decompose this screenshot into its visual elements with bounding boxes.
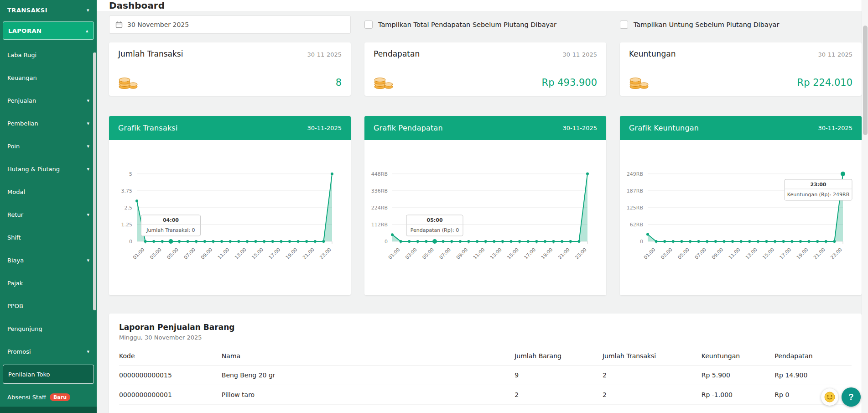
chart-date: 30-11-2025 — [307, 125, 342, 131]
sidebar-item-biaya[interactable]: Biaya▾ — [0, 249, 97, 272]
svg-text:21:00: 21:00 — [557, 246, 571, 260]
date-picker[interactable]: 30 November 2025 — [109, 16, 351, 34]
chevron-down-icon: ▾ — [87, 349, 89, 355]
calendar-icon — [115, 21, 123, 28]
chevron-up-icon: ▴ — [86, 28, 88, 34]
svg-text:23:00: 23:00 — [810, 182, 826, 188]
chart-canvas-keuntungan[interactable]: 062RB125RB187RB249RB01:0003:0005:0007:00… — [620, 140, 862, 295]
svg-text:448RB: 448RB — [371, 171, 388, 177]
sidebar-item-pajak[interactable]: Pajak — [0, 272, 97, 294]
chart-card-keuntungan: Grafik Keuntungan 30-11-2025 062RB125RB1… — [620, 116, 862, 295]
svg-text:3.75: 3.75 — [121, 188, 133, 194]
sales-report-card: Laporan Penjualan Barang Minggu, 30 Nove… — [109, 314, 862, 413]
sidebar-section-transaksi[interactable]: TRANSAKSI ▾ — [0, 0, 97, 20]
svg-text:17:00: 17:00 — [523, 246, 536, 260]
charts-row: Grafik Transaksi 30-11-2025 01.252.53.75… — [109, 116, 862, 295]
svg-text:336RB: 336RB — [371, 188, 388, 194]
smiley-icon — [824, 391, 836, 403]
sidebar-item-label: Laba Rugi — [7, 52, 36, 58]
svg-text:09:00: 09:00 — [200, 246, 213, 260]
svg-text:07:00: 07:00 — [693, 246, 707, 260]
stat-value: 8 — [336, 77, 342, 88]
chevron-down-icon: ▾ — [87, 143, 89, 149]
sales-report-subtitle: Minggu, 30 November 2025 — [119, 334, 852, 341]
table-body: 0000000000015Beng Beng 20 gr92Rp 5.900Rp… — [119, 366, 852, 405]
checkbox-icon[interactable] — [620, 21, 628, 29]
svg-text:03:00: 03:00 — [149, 246, 162, 260]
chart-tooltip: 23:00Keuntungan (Rp): 249RB — [785, 179, 852, 200]
svg-text:05:00: 05:00 — [676, 246, 690, 260]
column-header-jumlah-barang: Jumlah Barang — [515, 348, 603, 366]
sidebar-item-poin[interactable]: Poin▾ — [0, 135, 97, 157]
sidebar-item-label: Penjualan — [7, 97, 36, 104]
sidebar-item-pembelian[interactable]: Pembelian▾ — [0, 112, 97, 135]
svg-text:62RB: 62RB — [630, 222, 643, 228]
checkbox-untung[interactable]: Tampilkan Untung Sebelum Piutang Dibayar — [620, 21, 862, 29]
table-cell: 2 — [603, 366, 702, 385]
chart-canvas-transaksi[interactable]: 01.252.53.75501:0003:0005:0007:0009:0011… — [109, 140, 351, 295]
sidebar-item-shift[interactable]: Shift — [0, 226, 97, 249]
svg-text:19:00: 19:00 — [795, 246, 809, 260]
checkbox-total-pendapatan[interactable]: Tampilkan Total Pendapatan Sebelum Piuta… — [364, 21, 606, 29]
checkbox-label: Tampilkan Total Pendapatan Sebelum Piuta… — [378, 21, 556, 28]
stat-value: Rp 224.010 — [797, 77, 852, 88]
chevron-down-icon: ▾ — [87, 166, 89, 172]
sales-report-title: Laporan Penjualan Barang — [119, 323, 852, 332]
svg-text:2.5: 2.5 — [125, 205, 133, 211]
sidebar-item-promosi[interactable]: Promosi▾ — [0, 340, 97, 363]
svg-text:187RB: 187RB — [627, 188, 643, 194]
feedback-smiley-button[interactable] — [821, 388, 838, 406]
svg-text:05:00: 05:00 — [427, 217, 443, 223]
svg-text:15:00: 15:00 — [761, 246, 775, 260]
svg-text:0: 0 — [385, 239, 388, 245]
sidebar-item-penjualan[interactable]: Penjualan▾ — [0, 89, 97, 112]
stat-value: Rp 493.900 — [542, 77, 597, 88]
table-cell: Rp 14.900 — [774, 366, 852, 385]
sidebar-scrollbar-thumb[interactable] — [93, 52, 96, 310]
sidebar-bottom-strip — [0, 407, 97, 413]
chart-title: Grafik Transaksi — [118, 124, 178, 132]
checkbox-icon[interactable] — [364, 21, 373, 29]
svg-text:23:00: 23:00 — [318, 246, 332, 260]
sidebar-item-label: Pembelian — [7, 120, 38, 127]
svg-text:15:00: 15:00 — [250, 246, 264, 260]
stat-title: Jumlah Transaksi — [118, 49, 183, 58]
svg-text:21:00: 21:00 — [301, 246, 315, 260]
svg-text:17:00: 17:00 — [267, 246, 281, 260]
sidebar-item-pengunjung[interactable]: Pengunjung — [0, 317, 97, 340]
chevron-down-icon: ▾ — [87, 98, 89, 104]
sidebar-item-modal[interactable]: Modal — [0, 180, 97, 203]
chart-canvas-pendapatan[interactable]: 0112RB224RB336RB448RB01:0003:0005:0007:0… — [364, 140, 606, 295]
svg-text:Pendapatan (Rp): 0: Pendapatan (Rp): 0 — [411, 227, 459, 233]
sidebar-item-laba-rugi[interactable]: Laba Rugi — [0, 43, 97, 66]
svg-text:01:00: 01:00 — [132, 246, 146, 260]
coins-icon — [629, 76, 649, 89]
sidebar-item-label: Biaya — [7, 257, 24, 264]
sidebar-item-ppob[interactable]: PPOB — [0, 294, 97, 317]
help-button[interactable]: ? — [842, 387, 861, 407]
sidebar-item-absensi-staff[interactable]: Absensi StaffBaru — [0, 386, 97, 408]
question-mark-icon: ? — [848, 392, 854, 402]
section-label: LAPORAN — [8, 27, 42, 34]
page-scrollbar-thumb[interactable] — [863, 26, 868, 135]
column-header-pendapatan: Pendapatan — [774, 348, 852, 366]
sidebar-item-retur[interactable]: Retur▾ — [0, 203, 97, 226]
svg-text:21:00: 21:00 — [812, 246, 826, 260]
sidebar-item-penilaian-toko[interactable]: Penilaian Toko — [3, 365, 94, 384]
sidebar-section-laporan[interactable]: LAPORAN ▴ — [3, 21, 94, 40]
table-cell: Beng Beng 20 gr — [222, 366, 515, 385]
sidebar-item-label: Pengunjung — [7, 325, 42, 332]
page-scrollbar — [862, 0, 868, 413]
chart-title: Grafik Pendapatan — [374, 124, 443, 132]
sidebar-item-label: Promosi — [7, 348, 31, 355]
sidebar-item-keuangan[interactable]: Keuangan — [0, 66, 97, 89]
sidebar-submenu: Laba RugiKeuanganPenjualan▾Pembelian▾Poi… — [0, 41, 97, 408]
stat-card-keuntungan: Keuntungan 30-11-2025 — [620, 42, 862, 96]
sidebar-item-label: Shift — [7, 234, 21, 241]
dashboard-content: 30 November 2025 Tampilkan Total Pendapa… — [97, 11, 862, 413]
main-content: Dashboard 30 November 2025 Tampilkan Tot… — [97, 0, 868, 413]
sidebar-item-hutang-piutang[interactable]: Hutang & Piutang▾ — [0, 157, 97, 180]
svg-text:1.25: 1.25 — [121, 222, 133, 228]
svg-text:0: 0 — [129, 239, 132, 245]
table-cell: Rp -1.000 — [702, 385, 775, 405]
